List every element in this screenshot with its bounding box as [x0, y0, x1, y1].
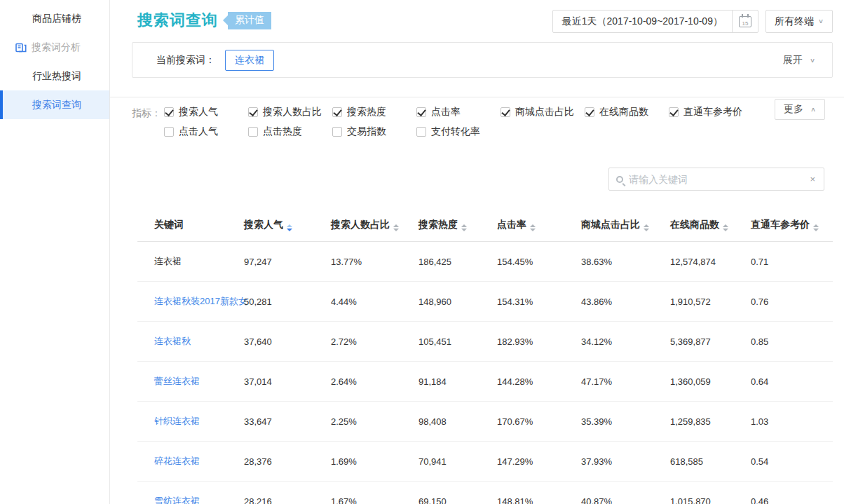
col-header-click-rate[interactable]: 点击率 [497, 210, 581, 242]
col-header-search-popularity[interactable]: 搜索人气 [244, 210, 331, 242]
metrics-section: 指标： 搜索人气 搜索人数占比 搜索热度 [110, 97, 844, 145]
sidebar-item-label: 商品店铺榜 [32, 13, 81, 25]
value-cell: 38.63% [581, 242, 670, 282]
current-search-term-label: 当前搜索词： [156, 54, 215, 67]
more-button[interactable]: 更多 ∧ [775, 99, 825, 120]
metric-label: 支付转化率 [431, 125, 480, 138]
metric-checkbox-search-popularity[interactable]: 搜索人气 [164, 106, 248, 118]
col-header-search-heat[interactable]: 搜索热度 [418, 210, 497, 242]
value-cell: 1,910,572 [670, 282, 751, 322]
chevron-up-icon: ∧ [810, 106, 816, 113]
value-cell: 105,451 [418, 322, 497, 362]
sidebar-item-search-term-analysis[interactable]: 搜索词分析 [0, 33, 109, 62]
sidebar-item-search-term-query[interactable]: 搜索词查询 [0, 90, 109, 119]
sort-icon[interactable] [723, 224, 728, 231]
expand-link[interactable]: 展开 ∨ [783, 54, 815, 67]
sidebar-item-label: 搜索词查询 [32, 99, 81, 111]
col-header-ztc-price[interactable]: 直通车参考价 [751, 210, 833, 242]
sort-icon[interactable] [461, 224, 467, 231]
metrics-row-1: 搜索人气 搜索人数占比 搜索热度 点击率 [164, 106, 833, 118]
value-cell: 13.77% [331, 242, 418, 282]
chevron-down-icon: ∨ [810, 57, 815, 64]
date-range-text[interactable]: 最近1天（2017-10-09~2017-10-09） [553, 11, 733, 32]
value-cell: 2.72% [331, 322, 418, 362]
checkbox-icon[interactable] [416, 127, 426, 137]
metric-checkbox-search-user-ratio[interactable]: 搜索人数占比 [248, 106, 332, 118]
table-row: 连衣裙秋 37,640 2.72% 105,451 182.93% 34.12%… [137, 322, 833, 362]
clear-icon[interactable]: × [808, 174, 817, 184]
value-cell: 37.93% [581, 442, 670, 482]
checkbox-icon[interactable] [669, 107, 679, 117]
sort-icon[interactable] [393, 224, 399, 231]
keyword-link[interactable]: 针织连衣裙 [154, 416, 200, 426]
col-header-mall-click-ratio[interactable]: 商城点击占比 [581, 210, 670, 242]
checkbox-icon[interactable] [332, 107, 342, 117]
terminal-dropdown-label: 所有终端 [775, 15, 814, 28]
value-cell: 170.67% [497, 402, 581, 442]
metric-checkbox-ztc-reference-price[interactable]: 直通车参考价 [669, 106, 753, 118]
keyword-table: 关键词 搜索人气 搜索人数占比 搜索热度 点击率 商城点击占比 在线商品数 直通… [137, 210, 833, 504]
metric-label: 直通车参考价 [683, 106, 742, 118]
col-header-online-products[interactable]: 在线商品数 [670, 210, 751, 242]
value-cell: 98,408 [418, 402, 497, 442]
keyword-search-input[interactable] [629, 174, 808, 185]
value-cell: 34.12% [581, 322, 670, 362]
value-cell: 50,281 [244, 282, 331, 322]
metric-checkbox-search-heat[interactable]: 搜索热度 [332, 106, 416, 118]
terminal-dropdown[interactable]: 所有终端 ∨ [765, 10, 833, 33]
sort-icon[interactable] [287, 224, 292, 231]
metric-checkbox-payment-conversion[interactable]: 支付转化率 [416, 125, 501, 138]
keyword-search-box[interactable]: × [608, 168, 824, 191]
keyword-link[interactable]: 连衣裙秋 [154, 336, 191, 346]
sort-icon[interactable] [644, 224, 649, 231]
keyword-link[interactable]: 雪纺连衣裙 [154, 496, 200, 504]
value-cell: 43.86% [581, 282, 670, 322]
metric-checkbox-online-products[interactable]: 在线商品数 [585, 106, 669, 118]
metric-checkbox-transaction-index[interactable]: 交易指数 [332, 125, 416, 138]
table-header-row: 关键词 搜索人气 搜索人数占比 搜索热度 点击率 商城点击占比 在线商品数 直通… [137, 210, 833, 242]
table-row: 雪纺连衣裙 28,216 1.67% 69,150 148.81% 40.87%… [137, 482, 833, 504]
checkbox-icon[interactable] [164, 107, 174, 117]
metric-checkbox-click-popularity[interactable]: 点击人气 [164, 125, 248, 138]
current-search-term-tag[interactable]: 连衣裙 [225, 50, 274, 71]
checkbox-icon[interactable] [248, 127, 258, 137]
more-button-label: 更多 [784, 103, 803, 114]
sidebar-item-label: 搜索词分析 [32, 41, 81, 54]
keyword-cell: 蕾丝连衣裙 [137, 362, 244, 402]
sort-icon[interactable] [530, 224, 536, 231]
checkbox-icon[interactable] [248, 107, 258, 117]
sidebar-item-industry-hot-words[interactable]: 行业热搜词 [0, 62, 109, 90]
value-cell: 1,360,059 [670, 362, 751, 402]
value-cell: 5,369,877 [670, 322, 751, 362]
page-title: 搜索词查询 [137, 10, 218, 31]
col-header-keyword: 关键词 [137, 210, 244, 242]
top-controls: 最近1天（2017-10-09~2017-10-09） 15 所有终端 ∨ [552, 10, 833, 33]
value-cell: 33,647 [244, 402, 331, 442]
current-search-term-panel: 当前搜索词： 连衣裙 展开 ∨ [132, 42, 833, 78]
sort-icon[interactable] [813, 224, 819, 231]
metric-checkbox-mall-click-ratio[interactable]: 商城点击占比 [501, 106, 585, 118]
value-cell: 1.69% [331, 442, 418, 482]
checkbox-icon[interactable] [332, 127, 342, 137]
keyword-link[interactable]: 碎花连衣裙 [154, 456, 200, 466]
checkbox-icon[interactable] [585, 107, 594, 117]
sidebar-item-product-shop-rank[interactable]: 商品店铺榜 [0, 4, 109, 33]
checkbox-icon[interactable] [164, 127, 174, 137]
value-cell: 154.45% [497, 242, 581, 282]
col-header-search-user-ratio[interactable]: 搜索人数占比 [331, 210, 418, 242]
metric-checkbox-click-heat[interactable]: 点击热度 [248, 125, 332, 138]
keyword-link[interactable]: 连衣裙秋装2017新款女 [154, 296, 247, 306]
checkbox-icon[interactable] [501, 107, 510, 117]
keyword-link[interactable]: 蕾丝连衣裙 [154, 376, 200, 386]
date-range-picker[interactable]: 最近1天（2017-10-09~2017-10-09） 15 [552, 10, 758, 33]
calendar-button[interactable]: 15 [733, 11, 758, 32]
value-cell: 40.87% [581, 482, 670, 504]
search-row: × [132, 168, 833, 191]
table-row: 连衣裙 97,247 13.77% 186,425 154.45% 38.63%… [137, 242, 833, 282]
main-content: 搜索词查询 累计值 最近1天（2017-10-09~2017-10-09） 15… [110, 0, 844, 504]
top-bar: 搜索词查询 累计值 最近1天（2017-10-09~2017-10-09） 15… [132, 0, 833, 33]
value-cell: 0.76 [751, 282, 833, 322]
metric-checkbox-click-rate[interactable]: 点击率 [416, 106, 501, 118]
checkbox-icon[interactable] [416, 107, 426, 117]
table-row: 连衣裙秋装2017新款女 50,281 4.44% 148,960 154.31… [137, 282, 833, 322]
